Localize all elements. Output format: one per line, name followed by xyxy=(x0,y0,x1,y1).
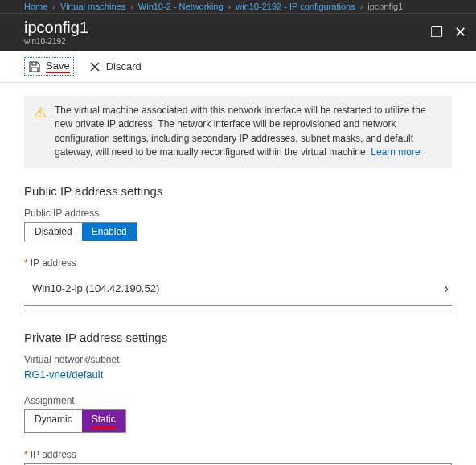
breadcrumb-home[interactable]: Home xyxy=(24,2,47,11)
chevron-right-icon: › xyxy=(130,2,133,11)
page-title: ipconfig1 xyxy=(24,19,430,37)
public-ip-heading: Public IP address settings xyxy=(24,184,452,198)
public-ip-selector[interactable]: Win10-2-ip (104.42.190.52) › xyxy=(24,272,452,306)
breadcrumb: Home › Virtual machines › Win10-2 - Netw… xyxy=(0,0,476,14)
discard-icon xyxy=(88,60,101,73)
subnet-link[interactable]: RG1-vnet/default xyxy=(24,368,103,381)
chevron-right-icon: › xyxy=(444,280,452,297)
breadcrumb-vms[interactable]: Virtual machines xyxy=(60,2,125,11)
discard-label: Discard xyxy=(106,60,142,72)
private-ip-heading: Private IP address settings xyxy=(24,331,452,344)
save-label: Save xyxy=(46,60,70,73)
warning-banner: ⚠ The virtual machine associated with th… xyxy=(24,96,452,168)
assignment-toggle[interactable]: Dynamic Static xyxy=(24,409,126,433)
discard-button[interactable]: Discard xyxy=(85,57,145,76)
restore-window-icon[interactable]: ❐ xyxy=(430,23,443,41)
page-subtitle: win10-2192 xyxy=(24,37,430,46)
close-icon[interactable]: ✕ xyxy=(454,23,466,41)
private-ip-label: IP address xyxy=(31,449,76,460)
assignment-label: Assignment xyxy=(24,395,452,406)
breadcrumb-ipconfigs[interactable]: win10-2192 - IP configurations xyxy=(236,2,355,11)
chevron-right-icon: › xyxy=(360,2,363,11)
chevron-right-icon: › xyxy=(52,2,55,11)
breadcrumb-current: ipconfig1 xyxy=(367,2,403,11)
ip-address-label: IP address xyxy=(31,257,76,269)
public-ip-label: Public IP address xyxy=(24,208,452,219)
public-ip-enabled[interactable]: Enabled xyxy=(82,223,137,241)
subnet-label: Virtual network/subnet xyxy=(24,354,452,365)
learn-more-link[interactable]: Learn more xyxy=(371,146,420,158)
assignment-dynamic[interactable]: Dynamic xyxy=(25,410,82,432)
warning-icon: ⚠ xyxy=(34,105,47,160)
breadcrumb-networking[interactable]: Win10-2 - Networking xyxy=(138,2,224,11)
public-ip-value: Win10-2-ip (104.42.190.52) xyxy=(24,282,444,294)
public-ip-disabled[interactable]: Disabled xyxy=(25,223,82,241)
save-button[interactable]: Save xyxy=(24,57,74,76)
save-icon xyxy=(28,60,41,73)
chevron-right-icon: › xyxy=(228,2,232,11)
public-ip-toggle[interactable]: Disabled Enabled xyxy=(24,222,137,241)
assignment-static[interactable]: Static xyxy=(82,410,125,432)
